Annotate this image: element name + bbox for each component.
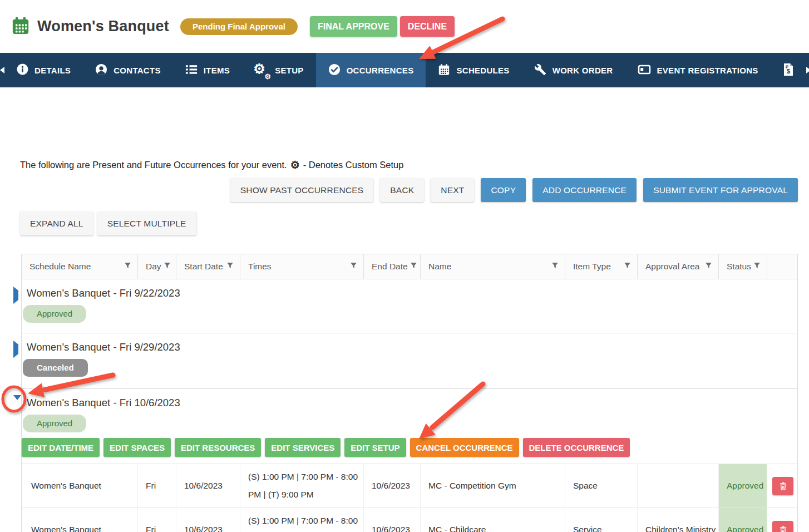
cancel-occurrence-button[interactable]: CANCEL OCCURRENCE bbox=[410, 438, 519, 457]
wrench-icon bbox=[534, 63, 546, 77]
filter-icon[interactable] bbox=[226, 262, 234, 272]
list-icon bbox=[185, 64, 198, 77]
occurrences-panel: The following are Present and Future Occ… bbox=[0, 159, 809, 532]
intro-before: The following are Present and Future Occ… bbox=[20, 160, 287, 170]
occurrences-toolbar: SHOW PAST OCCURRENCES BACK NEXT COPY ADD… bbox=[20, 178, 798, 202]
edit-resources-button[interactable]: EDIT RESOURCES bbox=[175, 438, 261, 457]
filter-icon[interactable] bbox=[164, 262, 171, 272]
triangle-right-icon bbox=[13, 341, 18, 358]
triangle-down-icon bbox=[13, 395, 21, 410]
tabs-scroll-left-button[interactable] bbox=[0, 53, 4, 87]
column-header-schedule-name[interactable]: Schedule Name bbox=[22, 254, 137, 279]
cell-name: MC - Childcare bbox=[420, 508, 565, 532]
column-header-times[interactable]: Times bbox=[240, 254, 363, 279]
expand-all-button[interactable]: EXPAND ALL bbox=[20, 211, 93, 235]
column-header-actions bbox=[767, 254, 798, 279]
next-button[interactable]: NEXT bbox=[431, 178, 474, 202]
event-calendar-icon bbox=[11, 16, 30, 37]
column-header-day[interactable]: Day bbox=[137, 254, 176, 279]
final-approve-button[interactable]: FINAL APPROVE bbox=[310, 16, 397, 37]
group-status-badge: Canceled bbox=[23, 359, 88, 377]
delete-item-button[interactable] bbox=[772, 521, 793, 532]
delete-occurrence-button[interactable]: DELETE OCCURRENCE bbox=[523, 438, 630, 457]
column-header-status[interactable]: Status bbox=[718, 254, 767, 279]
cell-name: MC - Competition Gym bbox=[420, 464, 565, 508]
filter-icon[interactable] bbox=[753, 262, 761, 272]
cell-end-date: 10/6/2023 bbox=[363, 464, 420, 508]
tab-setup[interactable]: ⚙⚙ SETUP bbox=[242, 53, 316, 87]
trash-icon bbox=[778, 525, 788, 532]
cell-status: Approved bbox=[718, 508, 767, 532]
calendar-icon bbox=[438, 63, 450, 77]
filter-icon[interactable] bbox=[124, 262, 131, 272]
back-button[interactable]: BACK bbox=[380, 178, 424, 202]
cell-day: Fri bbox=[137, 508, 176, 532]
occurrence-group-row-expanded: Women's Banquet - Fri 10/6/2023 Approved… bbox=[22, 389, 797, 464]
tab-label: WORK ORDER bbox=[553, 66, 613, 75]
edit-services-button[interactable]: EDIT SERVICES bbox=[265, 438, 341, 457]
check-circle-icon bbox=[328, 63, 341, 77]
cell-start-date: 10/6/2023 bbox=[176, 508, 240, 532]
expand-toolbar: EXPAND ALL SELECT MULTIPLE bbox=[20, 211, 798, 235]
tab-schedules[interactable]: SCHEDULES bbox=[426, 53, 521, 87]
tab-occurrences[interactable]: OCCURRENCES bbox=[316, 53, 426, 87]
tab-details[interactable]: DETAILS bbox=[4, 53, 83, 87]
tab-work-order[interactable]: WORK ORDER bbox=[522, 53, 625, 87]
tab-invoice[interactable]: $ bbox=[771, 53, 806, 87]
cell-start-date: 10/6/2023 bbox=[176, 464, 240, 508]
tab-label: SCHEDULES bbox=[456, 66, 509, 75]
tab-label: DETAILS bbox=[34, 66, 71, 75]
occurrence-group-row: Women's Banquet - Fri 9/29/2023 Canceled bbox=[22, 333, 797, 389]
filter-icon[interactable] bbox=[624, 262, 631, 272]
expand-toggle[interactable] bbox=[13, 400, 21, 410]
cell-schedule-name: Women's Banquet bbox=[22, 464, 137, 508]
submit-event-for-approval-button[interactable]: SUBMIT EVENT FOR APPROVAL bbox=[643, 178, 798, 202]
occurrence-group-title: Women's Banquet - Fri 9/22/2023 bbox=[22, 287, 797, 300]
occurrences-table: Schedule Name Day Start Date Times End D… bbox=[21, 254, 798, 532]
cell-item-type: Service bbox=[565, 508, 637, 532]
filter-icon[interactable] bbox=[705, 262, 712, 272]
edit-spaces-button[interactable]: EDIT SPACES bbox=[103, 438, 171, 457]
chevron-left-icon bbox=[0, 67, 4, 73]
occurrence-item-row: Women's Banquet Fri 10/6/2023 (S) 1:00 P… bbox=[22, 508, 797, 532]
cell-item-type: Space bbox=[565, 464, 637, 508]
tab-label: SETUP bbox=[275, 66, 304, 75]
select-multiple-button[interactable]: SELECT MULTIPLE bbox=[97, 211, 196, 235]
filter-icon[interactable] bbox=[410, 262, 417, 272]
occurrence-group-title: Women's Banquet - Fri 9/29/2023 bbox=[22, 341, 797, 354]
edit-setup-button[interactable]: EDIT SETUP bbox=[344, 438, 406, 457]
expand-toggle[interactable] bbox=[13, 344, 18, 354]
group-status-badge: Approved bbox=[23, 415, 86, 432]
info-icon bbox=[17, 63, 28, 77]
copy-button[interactable]: COPY bbox=[481, 178, 526, 202]
delete-item-button[interactable] bbox=[772, 477, 793, 495]
tabs-scroll-right-button[interactable] bbox=[806, 53, 809, 87]
tab-bar: DETAILS CONTACTS ITEMS ⚙⚙ SETUP OCCURREN… bbox=[0, 53, 809, 87]
column-header-item-type[interactable]: Item Type bbox=[565, 254, 637, 279]
occurrence-group-title: Women's Banquet - Fri 10/6/2023 bbox=[22, 396, 797, 410]
triangle-right-icon bbox=[13, 287, 18, 304]
cell-times: (S) 1:00 PM | 7:00 PM - 8:00 PM | (T) 9:… bbox=[240, 464, 363, 508]
column-header-end-date[interactable]: End Date bbox=[363, 254, 420, 279]
show-past-occurrences-button[interactable]: SHOW PAST OCCURRENCES bbox=[230, 178, 374, 202]
cell-day: Fri bbox=[137, 464, 176, 508]
expand-toggle[interactable] bbox=[13, 290, 18, 301]
occurrence-action-buttons: EDIT DATE/TIME EDIT SPACES EDIT RESOURCE… bbox=[22, 438, 797, 457]
tab-contacts[interactable]: CONTACTS bbox=[83, 53, 173, 87]
tab-event-registrations[interactable]: EVENT REGISTRATIONS bbox=[625, 53, 771, 87]
edit-date-time-button[interactable]: EDIT DATE/TIME bbox=[22, 438, 100, 457]
filter-icon[interactable] bbox=[551, 262, 559, 272]
decline-button[interactable]: DECLINE bbox=[400, 16, 455, 37]
cell-approval-area: Children's Ministry bbox=[637, 508, 718, 532]
cell-end-date: 10/6/2023 bbox=[363, 508, 420, 532]
tab-label: CONTACTS bbox=[114, 66, 161, 75]
tab-label: ITEMS bbox=[204, 66, 230, 75]
column-header-name[interactable]: Name bbox=[420, 254, 565, 279]
tab-items[interactable]: ITEMS bbox=[173, 53, 242, 87]
add-occurrence-button[interactable]: ADD OCCURRENCE bbox=[532, 178, 637, 202]
page: Women's Banquet Pending Final Approval F… bbox=[0, 0, 809, 532]
occurrence-group-row: Women's Banquet - Fri 9/22/2023 Approved bbox=[22, 279, 797, 333]
filter-icon[interactable] bbox=[350, 262, 357, 272]
column-header-start-date[interactable]: Start Date bbox=[176, 254, 240, 279]
column-header-approval-area[interactable]: Approval Area bbox=[637, 254, 718, 279]
